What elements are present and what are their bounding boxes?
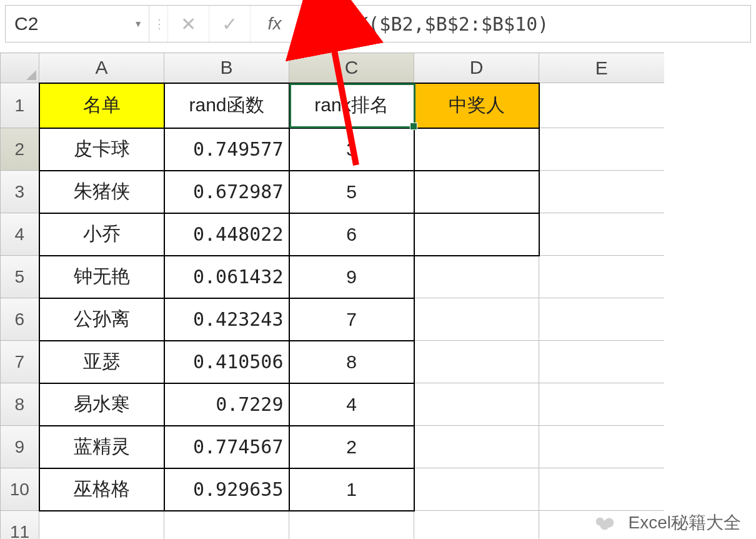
cell-B11[interactable] xyxy=(164,511,289,540)
watermark: Excel秘籍大全 xyxy=(587,511,741,535)
cell-D10[interactable] xyxy=(414,468,539,511)
cell-D9[interactable] xyxy=(414,426,539,468)
cell-A5[interactable]: 钟无艳 xyxy=(39,256,164,298)
cell-E3[interactable] xyxy=(539,171,664,213)
cell-A9[interactable]: 蓝精灵 xyxy=(39,426,164,468)
formula-input[interactable]: =RANK($B2,$B$2:$B$10) xyxy=(299,6,750,42)
cell-B2[interactable]: 0.749577 xyxy=(164,128,289,171)
cell-C9[interactable]: 2 xyxy=(289,426,414,468)
row-head-9[interactable]: 9 xyxy=(1,426,39,468)
cell-D4[interactable] xyxy=(414,213,539,256)
cell-E2[interactable] xyxy=(539,128,664,171)
cell-A8[interactable]: 易水寒 xyxy=(39,383,164,426)
cell-B1[interactable]: rand函数 xyxy=(164,83,289,128)
name-box[interactable]: C2 ▼ xyxy=(6,6,149,42)
cell-E1[interactable] xyxy=(539,83,664,128)
cell-D3[interactable] xyxy=(414,171,539,213)
cell-D2[interactable] xyxy=(414,128,539,171)
cell-E9[interactable] xyxy=(539,426,664,468)
cell-C6[interactable]: 7 xyxy=(289,298,414,341)
cell-C5[interactable]: 9 xyxy=(289,256,414,298)
select-all-corner[interactable] xyxy=(1,53,39,83)
cell-E5[interactable] xyxy=(539,256,664,298)
cell-C3[interactable]: 5 xyxy=(289,171,414,213)
formula-bar-drag-icon[interactable]: ⋮ xyxy=(149,6,168,42)
row-head-5[interactable]: 5 xyxy=(1,256,39,298)
cell-A6[interactable]: 公孙离 xyxy=(39,298,164,341)
cell-A1[interactable]: 名单 xyxy=(39,83,164,128)
fx-button[interactable]: fx xyxy=(251,6,299,42)
row-head-4[interactable]: 4 xyxy=(1,213,39,256)
row-head-2[interactable]: 2 xyxy=(1,128,39,171)
cell-B3[interactable]: 0.672987 xyxy=(164,171,289,213)
cell-D11[interactable] xyxy=(414,511,539,540)
cell-B7[interactable]: 0.410506 xyxy=(164,341,289,383)
row-head-3[interactable]: 3 xyxy=(1,171,39,213)
cell-C7[interactable]: 8 xyxy=(289,341,414,383)
name-box-value: C2 xyxy=(14,13,38,34)
row-head-8[interactable]: 8 xyxy=(1,383,39,426)
cell-A2[interactable]: 皮卡球 xyxy=(39,128,164,171)
cell-B4[interactable]: 0.448022 xyxy=(164,213,289,256)
row-head-6[interactable]: 6 xyxy=(1,298,39,341)
cell-D6[interactable] xyxy=(414,298,539,341)
col-head-D[interactable]: D xyxy=(414,53,539,83)
col-head-B[interactable]: B xyxy=(164,53,289,83)
cell-C2[interactable]: 3 xyxy=(289,128,414,171)
row-head-1[interactable]: 1 xyxy=(1,83,39,128)
cell-A7[interactable]: 亚瑟 xyxy=(39,341,164,383)
cell-E4[interactable] xyxy=(539,213,664,256)
cell-C10[interactable]: 1 xyxy=(289,468,414,511)
col-head-E[interactable]: E xyxy=(539,53,664,83)
cell-C8[interactable]: 4 xyxy=(289,383,414,426)
cell-C4[interactable]: 6 xyxy=(289,213,414,256)
cell-D7[interactable] xyxy=(414,341,539,383)
col-head-C[interactable]: C xyxy=(289,53,414,83)
cell-E7[interactable] xyxy=(539,341,664,383)
cell-B8[interactable]: 0.7229 xyxy=(164,383,289,426)
cell-E6[interactable] xyxy=(539,298,664,341)
grid: A B C D E 1 名单 rand函数 rank排名 中奖人 2 皮卡球 0… xyxy=(0,53,664,539)
cell-B10[interactable]: 0.929635 xyxy=(164,468,289,511)
cell-A10[interactable]: 巫格格 xyxy=(39,468,164,511)
cell-A11[interactable] xyxy=(39,511,164,540)
cell-A4[interactable]: 小乔 xyxy=(39,213,164,256)
name-box-dropdown-icon[interactable]: ▼ xyxy=(134,19,142,29)
cell-B5[interactable]: 0.061432 xyxy=(164,256,289,298)
cancel-formula-button[interactable]: ✕ xyxy=(168,6,209,42)
cell-E10[interactable] xyxy=(539,468,664,511)
cell-D5[interactable] xyxy=(414,256,539,298)
cell-A3[interactable]: 朱猪侠 xyxy=(39,171,164,213)
watermark-logo-icon xyxy=(587,511,624,535)
cell-E8[interactable] xyxy=(539,383,664,426)
row-head-10[interactable]: 10 xyxy=(1,468,39,511)
formula-bar: C2 ▼ ⋮ ✕ ✓ fx =RANK($B2,$B$2:$B$10) xyxy=(5,5,751,43)
confirm-formula-button[interactable]: ✓ xyxy=(209,6,251,42)
row-head-11[interactable]: 11 xyxy=(1,511,39,540)
cell-B9[interactable]: 0.774567 xyxy=(164,426,289,468)
col-head-A[interactable]: A xyxy=(39,53,164,83)
row-head-7[interactable]: 7 xyxy=(1,341,39,383)
spreadsheet: A B C D E 1 名单 rand函数 rank排名 中奖人 2 皮卡球 0… xyxy=(0,53,756,539)
cell-C1[interactable]: rank排名 xyxy=(289,83,414,128)
watermark-text: Excel秘籍大全 xyxy=(629,511,741,535)
cell-B6[interactable]: 0.423243 xyxy=(164,298,289,341)
cell-C11[interactable] xyxy=(289,511,414,540)
cell-D1[interactable]: 中奖人 xyxy=(414,83,539,128)
cell-D8[interactable] xyxy=(414,383,539,426)
